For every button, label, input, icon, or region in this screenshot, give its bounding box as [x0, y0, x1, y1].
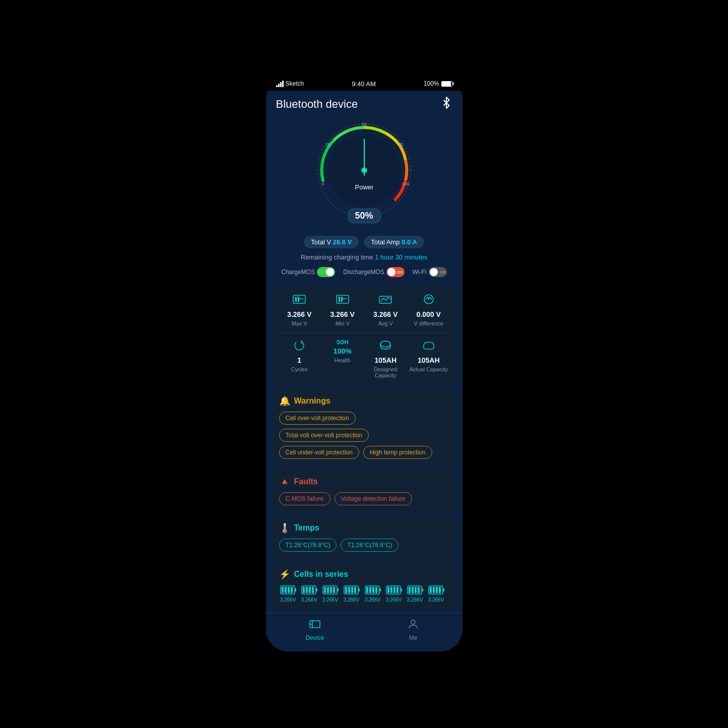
gauge-percent-wrapper: 50% — [347, 207, 380, 223]
cell-series-6: 3.266V — [406, 585, 424, 603]
svg-rect-43 — [348, 587, 350, 593]
remaining-time: Remaining charging time 1 hour 30 minute… — [266, 251, 462, 263]
warning-tag-1: Total volt over-volt protection — [279, 429, 369, 442]
warnings-title: 🔔 Warnings — [279, 395, 449, 407]
stats-row: Total V 26.6 V Total Amp 0.0 A — [266, 233, 462, 251]
svg-point-74 — [411, 620, 415, 624]
discharge-mos-switch[interactable]: ON — [386, 267, 405, 277]
svg-rect-24 — [282, 587, 284, 593]
min-v-icon — [336, 293, 350, 308]
actual-cap-item: 105AH Actual Capacity — [408, 339, 449, 378]
warning-tag-0: Cell over-volt protection — [279, 412, 356, 425]
fault-tag-0: C-MOS failure — [279, 492, 330, 505]
v-diff-value: 0.000 V — [417, 310, 441, 318]
svg-rect-28 — [295, 588, 296, 591]
me-nav-icon — [407, 618, 419, 632]
actual-cap-icon — [422, 339, 436, 354]
cell-series-4: 3.266V — [364, 585, 382, 603]
nav-me-label: Me — [409, 634, 418, 641]
svg-rect-40 — [337, 588, 339, 591]
remaining-label: Remaining charging time — [301, 253, 373, 261]
charge-mos-switch[interactable]: OFF — [317, 267, 335, 277]
toggles-row: ChargeMOS OFF DischargeMOS ON Wi-Fi Off — [266, 263, 462, 283]
svg-rect-26 — [288, 587, 290, 593]
cell-series-0: 3.266V — [279, 585, 297, 603]
battery-percent: 100% — [424, 80, 439, 87]
charge-mos-knob — [326, 268, 334, 276]
wifi-label: Wi-Fi — [413, 269, 427, 276]
svg-rect-61 — [412, 587, 414, 593]
svg-text:0: 0 — [321, 181, 324, 186]
signal-bar-1 — [276, 85, 278, 87]
cell-battery-icon-6 — [407, 585, 423, 595]
svg-rect-27 — [291, 587, 293, 593]
total-v-value: 26.6 V — [333, 238, 352, 246]
soh-label: Health — [335, 357, 351, 363]
svg-rect-67 — [433, 587, 435, 593]
cell-grid-top: 3.266 V Max V 3.266 V Min V 3.266 V Avg … — [279, 293, 449, 326]
nav-me[interactable]: Me — [364, 618, 462, 641]
soh-value: 100% — [334, 347, 352, 355]
temps-panel: 🌡️ Temps T1:26°C(78.8°C) T1:26°C(78.8°C) — [272, 515, 456, 559]
bluetooth-icon[interactable] — [440, 97, 452, 112]
svg-rect-64 — [422, 588, 423, 591]
v-diff-label: V difference — [414, 320, 443, 326]
cells-series-icon: ⚡ — [279, 569, 290, 580]
svg-rect-56 — [393, 587, 395, 593]
app-content: Bluetooth device — [266, 91, 462, 651]
svg-rect-33 — [312, 587, 314, 593]
designed-cap-item: 105AH Designed Capacity — [365, 339, 407, 378]
signal-bar-4 — [282, 81, 284, 87]
cell-battery-icon-7 — [428, 585, 444, 595]
avg-v-icon — [378, 293, 392, 308]
svg-rect-52 — [379, 588, 381, 591]
total-v-label: Total V — [311, 238, 331, 246]
gauge-percent: 50% — [347, 209, 380, 223]
nav-device[interactable]: Device — [266, 618, 364, 641]
svg-rect-48 — [366, 587, 368, 593]
device-nav-icon — [309, 618, 321, 632]
cell-series-5: 3.266V — [385, 585, 403, 603]
svg-rect-18 — [341, 297, 343, 302]
wifi-toggle-item: Wi-Fi Off — [413, 267, 447, 277]
min-v-value: 3.266 V — [330, 310, 355, 318]
max-v-item: 3.266 V Max V — [279, 293, 320, 326]
cell-series-value-2: 3.266V — [322, 597, 339, 603]
faults-icon: 🔺 — [279, 476, 290, 487]
warning-tag-3: High temp protection — [363, 446, 432, 459]
cell-grid-bottom: 1 Cycles SOH 100% Health 105AH Designed … — [279, 333, 449, 378]
temps-label: Temps — [294, 523, 319, 533]
cell-series-7: 3.266V — [427, 585, 445, 603]
designed-cap-label: Designed Capacity — [365, 366, 407, 378]
svg-rect-38 — [330, 587, 332, 593]
signal-bar-2 — [278, 84, 280, 87]
designed-cap-icon — [378, 339, 392, 354]
carrier-label: Sketch — [286, 80, 304, 87]
svg-rect-39 — [333, 587, 335, 593]
svg-rect-66 — [430, 587, 432, 593]
min-v-label: Min V — [336, 320, 350, 326]
cell-series-value-1: 3.266V — [301, 597, 317, 603]
cell-series-value-0: 3.266V — [280, 597, 296, 603]
discharge-mos-knob — [387, 268, 395, 276]
svg-rect-57 — [396, 587, 399, 593]
temp-tag-0: T1:26°C(78.8°C) — [279, 539, 337, 552]
cell-battery-icon-2 — [322, 585, 339, 595]
v-diff-icon — [422, 293, 436, 308]
gauge-wrapper: 25 50 75 0 100 Power 50% — [314, 120, 415, 221]
svg-rect-50 — [372, 587, 374, 593]
avg-v-value: 3.266 V — [373, 310, 398, 318]
svg-rect-17 — [339, 297, 340, 302]
signal-bar-3 — [280, 82, 282, 87]
temps-icon: 🌡️ — [279, 522, 290, 534]
cells-series-grid: 3.266V 3.266V — [279, 585, 449, 603]
max-v-label: Max V — [292, 320, 307, 326]
fault-tag-1: Voltage detection failure — [335, 492, 412, 505]
charge-mos-label: ChargeMOS — [281, 269, 315, 276]
svg-point-5 — [363, 169, 366, 172]
warning-tag-2: Cell under-volt protection — [279, 446, 359, 459]
cell-battery-icon-1 — [301, 585, 317, 595]
svg-text:25: 25 — [325, 142, 330, 147]
temps-title: 🌡️ Temps — [279, 522, 449, 534]
wifi-switch[interactable]: Off — [429, 267, 447, 277]
